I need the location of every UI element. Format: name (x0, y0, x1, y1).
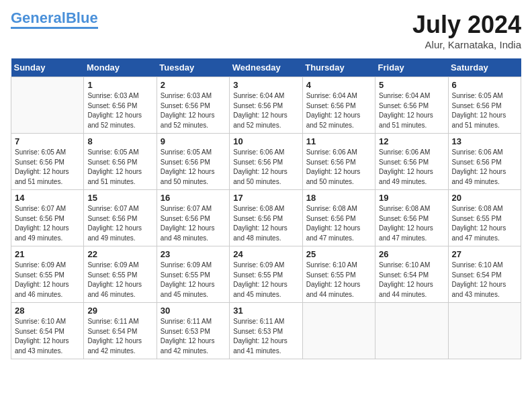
day-number: 6 (452, 80, 517, 90)
day-number: 2 (161, 80, 226, 90)
day-number: 9 (161, 136, 226, 146)
page-header: GeneralBlue July 2024 Alur, Karnataka, I… (11, 11, 521, 50)
day-info: Sunrise: 6:08 AMSunset: 6:56 PMDaylight:… (233, 204, 298, 243)
calendar-cell: 26 Sunrise: 6:10 AMSunset: 6:54 PMDaylig… (375, 246, 448, 303)
day-info: Sunrise: 6:05 AMSunset: 6:56 PMDaylight:… (15, 148, 80, 187)
day-info: Sunrise: 6:10 AMSunset: 6:54 PMDaylight:… (379, 261, 444, 300)
weekday-header-monday: Monday (84, 58, 157, 77)
day-number: 13 (452, 136, 517, 146)
calendar-cell: 17 Sunrise: 6:08 AMSunset: 6:56 PMDaylig… (230, 190, 302, 246)
day-info: Sunrise: 6:08 AMSunset: 6:55 PMDaylight:… (452, 204, 517, 243)
day-info: Sunrise: 6:05 AMSunset: 6:56 PMDaylight:… (87, 148, 152, 187)
calendar-cell: 22 Sunrise: 6:09 AMSunset: 6:55 PMDaylig… (84, 246, 157, 303)
calendar-table: SundayMondayTuesdayWednesdayThursdayFrid… (11, 58, 521, 359)
calendar-cell: 25 Sunrise: 6:10 AMSunset: 6:55 PMDaylig… (302, 246, 375, 303)
day-info: Sunrise: 6:07 AMSunset: 6:56 PMDaylight:… (15, 204, 80, 243)
day-info: Sunrise: 6:11 AMSunset: 6:53 PMDaylight:… (161, 317, 226, 356)
day-number: 15 (87, 193, 152, 203)
day-number: 27 (452, 249, 517, 259)
month-year-title: July 2024 (412, 11, 521, 39)
day-info: Sunrise: 6:05 AMSunset: 6:56 PMDaylight:… (161, 148, 226, 187)
day-number: 14 (15, 193, 80, 203)
calendar-cell: 21 Sunrise: 6:09 AMSunset: 6:55 PMDaylig… (11, 246, 84, 303)
calendar-cell: 15 Sunrise: 6:07 AMSunset: 6:56 PMDaylig… (84, 190, 157, 246)
day-info: Sunrise: 6:09 AMSunset: 6:55 PMDaylight:… (15, 261, 80, 300)
calendar-cell: 18 Sunrise: 6:08 AMSunset: 6:56 PMDaylig… (302, 190, 375, 246)
day-number: 1 (87, 80, 152, 90)
calendar-week-1: 7 Sunrise: 6:05 AMSunset: 6:56 PMDayligh… (11, 134, 521, 190)
day-info: Sunrise: 6:03 AMSunset: 6:56 PMDaylight:… (161, 91, 226, 130)
day-info: Sunrise: 6:08 AMSunset: 6:56 PMDaylight:… (306, 204, 371, 243)
calendar-cell (375, 303, 448, 359)
calendar-cell: 14 Sunrise: 6:07 AMSunset: 6:56 PMDaylig… (11, 190, 84, 246)
calendar-cell: 30 Sunrise: 6:11 AMSunset: 6:53 PMDaylig… (157, 303, 229, 359)
calendar-cell: 8 Sunrise: 6:05 AMSunset: 6:56 PMDayligh… (84, 134, 157, 190)
day-number: 20 (452, 193, 517, 203)
day-info: Sunrise: 6:11 AMSunset: 6:53 PMDaylight:… (233, 317, 298, 356)
day-info: Sunrise: 6:04 AMSunset: 6:56 PMDaylight:… (306, 91, 371, 130)
calendar-cell: 27 Sunrise: 6:10 AMSunset: 6:54 PMDaylig… (448, 246, 521, 303)
day-info: Sunrise: 6:06 AMSunset: 6:56 PMDaylight:… (452, 148, 517, 187)
day-info: Sunrise: 6:09 AMSunset: 6:55 PMDaylight:… (161, 261, 226, 300)
day-number: 10 (233, 136, 298, 146)
calendar-cell: 19 Sunrise: 6:08 AMSunset: 6:56 PMDaylig… (375, 190, 448, 246)
weekday-header-sunday: Sunday (11, 58, 84, 77)
weekday-header-saturday: Saturday (448, 58, 521, 77)
calendar-cell: 5 Sunrise: 6:04 AMSunset: 6:56 PMDayligh… (375, 77, 448, 134)
day-info: Sunrise: 6:10 AMSunset: 6:55 PMDaylight:… (306, 261, 371, 300)
calendar-cell: 16 Sunrise: 6:07 AMSunset: 6:56 PMDaylig… (157, 190, 229, 246)
day-info: Sunrise: 6:10 AMSunset: 6:54 PMDaylight:… (452, 261, 517, 300)
day-info: Sunrise: 6:03 AMSunset: 6:56 PMDaylight:… (87, 91, 152, 130)
calendar-cell: 3 Sunrise: 6:04 AMSunset: 6:56 PMDayligh… (230, 77, 302, 134)
weekday-header-tuesday: Tuesday (157, 58, 229, 77)
calendar-cell: 11 Sunrise: 6:06 AMSunset: 6:56 PMDaylig… (302, 134, 375, 190)
day-number: 17 (233, 193, 298, 203)
day-number: 25 (306, 249, 371, 259)
calendar-week-4: 28 Sunrise: 6:10 AMSunset: 6:54 PMDaylig… (11, 303, 521, 359)
calendar-cell: 10 Sunrise: 6:06 AMSunset: 6:56 PMDaylig… (230, 134, 302, 190)
day-number: 18 (306, 193, 371, 203)
day-number: 31 (233, 306, 298, 316)
calendar-cell: 28 Sunrise: 6:10 AMSunset: 6:54 PMDaylig… (11, 303, 84, 359)
day-number: 11 (306, 136, 371, 146)
day-number: 7 (15, 136, 80, 146)
day-number: 19 (379, 193, 444, 203)
title-block: July 2024 Alur, Karnataka, India (412, 11, 521, 50)
day-info: Sunrise: 6:11 AMSunset: 6:54 PMDaylight:… (87, 317, 152, 356)
weekday-header-friday: Friday (375, 58, 448, 77)
calendar-cell: 20 Sunrise: 6:08 AMSunset: 6:55 PMDaylig… (448, 190, 521, 246)
weekday-header-wednesday: Wednesday (230, 58, 302, 77)
calendar-cell: 2 Sunrise: 6:03 AMSunset: 6:56 PMDayligh… (157, 77, 229, 134)
logo-blue: Blue (66, 9, 98, 26)
logo-general: General (11, 9, 66, 26)
day-number: 21 (15, 249, 80, 259)
day-number: 8 (87, 136, 152, 146)
calendar-cell (448, 303, 521, 359)
day-info: Sunrise: 6:06 AMSunset: 6:56 PMDaylight:… (306, 148, 371, 187)
calendar-cell: 13 Sunrise: 6:06 AMSunset: 6:56 PMDaylig… (448, 134, 521, 190)
calendar-cell: 9 Sunrise: 6:05 AMSunset: 6:56 PMDayligh… (157, 134, 229, 190)
day-number: 26 (379, 249, 444, 259)
day-info: Sunrise: 6:04 AMSunset: 6:56 PMDaylight:… (379, 91, 444, 130)
day-info: Sunrise: 6:08 AMSunset: 6:56 PMDaylight:… (379, 204, 444, 243)
weekday-header-row: SundayMondayTuesdayWednesdayThursdayFrid… (11, 58, 521, 77)
day-number: 29 (87, 306, 152, 316)
day-info: Sunrise: 6:06 AMSunset: 6:56 PMDaylight:… (233, 148, 298, 187)
calendar-cell: 23 Sunrise: 6:09 AMSunset: 6:55 PMDaylig… (157, 246, 229, 303)
day-info: Sunrise: 6:09 AMSunset: 6:55 PMDaylight:… (87, 261, 152, 300)
day-number: 3 (233, 80, 298, 90)
calendar-week-3: 21 Sunrise: 6:09 AMSunset: 6:55 PMDaylig… (11, 246, 521, 303)
day-number: 5 (379, 80, 444, 90)
logo: GeneralBlue (11, 11, 98, 29)
day-info: Sunrise: 6:06 AMSunset: 6:56 PMDaylight:… (379, 148, 444, 187)
day-info: Sunrise: 6:09 AMSunset: 6:55 PMDaylight:… (233, 261, 298, 300)
day-number: 16 (161, 193, 226, 203)
day-number: 28 (15, 306, 80, 316)
day-info: Sunrise: 6:07 AMSunset: 6:56 PMDaylight:… (161, 204, 226, 243)
calendar-cell: 4 Sunrise: 6:04 AMSunset: 6:56 PMDayligh… (302, 77, 375, 134)
day-number: 24 (233, 249, 298, 259)
calendar-cell (302, 303, 375, 359)
day-info: Sunrise: 6:07 AMSunset: 6:56 PMDaylight:… (87, 204, 152, 243)
calendar-week-0: 1 Sunrise: 6:03 AMSunset: 6:56 PMDayligh… (11, 77, 521, 134)
calendar-cell: 29 Sunrise: 6:11 AMSunset: 6:54 PMDaylig… (84, 303, 157, 359)
